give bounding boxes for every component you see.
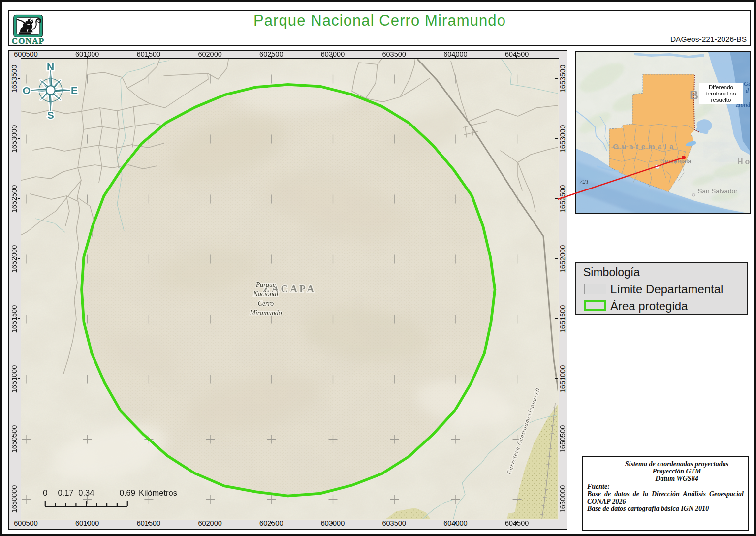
svg-text:Guatemala: Guatemala (660, 158, 692, 165)
svg-text:San Salvador: San Salvador (697, 188, 738, 195)
svg-text:territorial no: territorial no (706, 91, 736, 96)
svg-text:Diferendo: Diferendo (709, 84, 733, 90)
svg-text:N: N (47, 61, 54, 72)
svg-text:Gu: Gu (744, 80, 750, 87)
svg-text:resuelto: resuelto (711, 97, 731, 103)
svg-text:Cerro: Cerro (257, 300, 274, 307)
svg-text:CONAP: CONAP (12, 36, 44, 46)
svg-text:0.17: 0.17 (58, 488, 73, 497)
svg-text:Nacional: Nacional (252, 290, 278, 298)
svg-text:Miramundo: Miramundo (249, 309, 282, 316)
svg-text:Parque: Parque (255, 281, 275, 288)
svg-text:721: 721 (579, 178, 589, 185)
svg-text:Guatemala: Guatemala (613, 142, 677, 151)
svg-text:Kilómetros: Kilómetros (139, 488, 177, 497)
svg-text:O: O (22, 85, 30, 96)
svg-text:B: B (690, 88, 698, 102)
svg-text:S: S (47, 109, 54, 121)
svg-text:d: d (746, 87, 749, 94)
svg-text:0.34: 0.34 (78, 488, 94, 497)
svg-text:0: 0 (43, 488, 47, 497)
svg-text:E: E (70, 85, 77, 96)
svg-text:Ho: Ho (737, 158, 750, 166)
svg-text:0.69: 0.69 (119, 488, 135, 497)
